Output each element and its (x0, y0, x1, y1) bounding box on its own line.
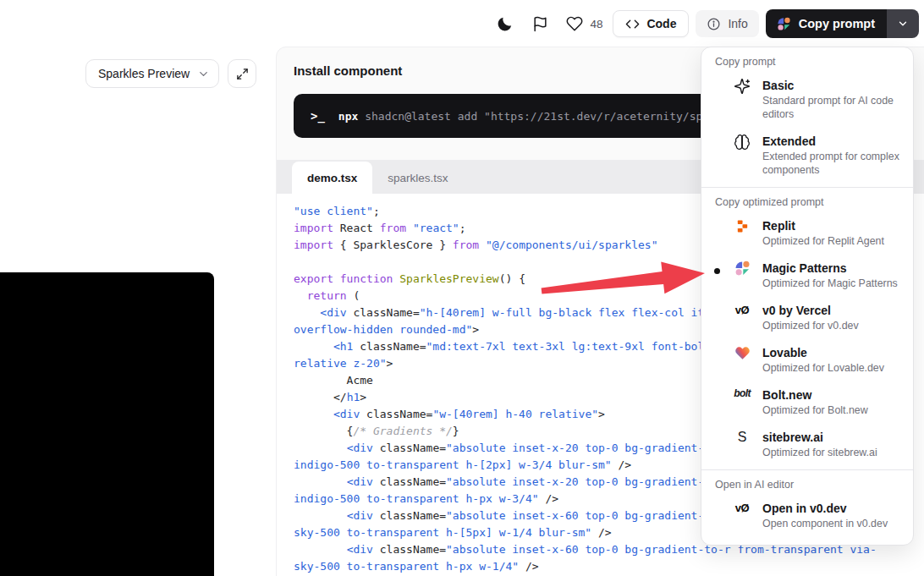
menu-item-bolt[interactable]: bolt Bolt.new Optimized for Bolt.new (701, 381, 913, 423)
tab-demo-tsx[interactable]: demo.tsx (292, 162, 372, 194)
magic-patterns-icon (732, 260, 752, 290)
chevron-down-icon (197, 68, 210, 80)
flag-icon (532, 16, 548, 32)
menu-item-desc: Optimized for Bolt.new (762, 403, 868, 417)
sitebrew-icon: S (732, 429, 752, 459)
copy-prompt-split-button: Copy prompt (766, 9, 919, 38)
component-preview-canvas[interactable] (0, 272, 214, 576)
like-button[interactable] (564, 14, 585, 34)
copy-prompt-label: Copy prompt (799, 17, 875, 30)
menu-section-label: Open in AI editor (701, 470, 913, 494)
info-button[interactable]: Info (696, 10, 758, 37)
brain-icon (732, 133, 752, 177)
chevron-down-icon (897, 18, 909, 30)
copy-prompt-menu: Copy prompt Basic Standard prompt for AI… (701, 47, 914, 546)
menu-section-label: Copy optimized prompt (701, 188, 913, 211)
menu-item-magic-patterns[interactable]: Magic Patterns Optimized for Magic Patte… (701, 254, 913, 296)
terminal-prompt-icon: >_ (311, 109, 325, 123)
panel-title: Install component (294, 63, 402, 78)
menu-item-desc: Optimized for v0.dev (762, 319, 859, 332)
menu-item-sitebrew[interactable]: S sitebrew.ai Optimized for sitebrew.ai (701, 423, 913, 465)
menu-item-title: Replit (762, 217, 884, 234)
lovable-icon (732, 344, 752, 375)
topbar-actions: 48 Code Info Copy prompt (490, 9, 919, 38)
topbar: 48 Code Info Copy prompt (0, 0, 924, 47)
fullscreen-button[interactable] (228, 59, 256, 88)
menu-item-replit[interactable]: Replit Optimized for Replit Agent (701, 211, 913, 254)
menu-item-open-v0[interactable]: vØ Open in v0.dev Open component in v0.d… (701, 494, 913, 536)
code-brackets-icon (625, 17, 640, 31)
expand-icon (236, 68, 249, 80)
menu-item-v0[interactable]: vØ v0 by Vercel Optimized for v0.dev (701, 296, 913, 338)
tab-sparkles-tsx[interactable]: sparkles.tsx (372, 162, 463, 194)
preview-variant-select[interactable]: Sparkles Preview (85, 59, 219, 88)
menu-item-desc: Optimized for sitebrew.ai (762, 446, 877, 459)
menu-item-title: v0 by Vercel (762, 302, 859, 319)
menu-item-basic[interactable]: Basic Standard prompt for AI code editor… (701, 71, 913, 127)
menu-item-title: Bolt.new (762, 387, 868, 403)
menu-section-label: Copy prompt (701, 47, 913, 71)
npx-token: npx (338, 110, 358, 123)
magic-patterns-icon (777, 17, 791, 31)
menu-item-title: Lovable (762, 344, 884, 361)
copy-prompt-button[interactable]: Copy prompt (766, 9, 887, 38)
likes-count: 48 (590, 18, 602, 30)
preview-variant-label: Sparkles Preview (98, 67, 190, 80)
menu-item-title: Open in v0.dev (762, 500, 888, 517)
selected-bullet-icon (714, 268, 720, 274)
flag-button[interactable] (525, 9, 554, 38)
replit-icon (732, 217, 752, 248)
menu-item-extended[interactable]: Extended Extended prompt for complex com… (701, 127, 913, 183)
menu-item-title: sitebrew.ai (762, 429, 877, 446)
copy-prompt-caret-button[interactable] (887, 9, 919, 38)
info-button-label: Info (728, 17, 747, 30)
heart-icon (566, 15, 583, 32)
bolt-icon: bolt (732, 387, 752, 417)
theme-toggle-button[interactable] (490, 9, 519, 38)
code-button[interactable]: Code (613, 10, 689, 37)
v0-icon: vØ (732, 302, 752, 332)
command-text: shadcn@latest add "https://21st.dev/r/ac… (358, 110, 749, 123)
sparkles-icon (732, 77, 752, 121)
moon-icon (496, 15, 514, 33)
menu-item-desc: Extended prompt for complex components (762, 150, 903, 177)
menu-item-lovable[interactable]: Lovable Optimized for Lovable.dev (701, 338, 913, 381)
v0-icon: vØ (732, 500, 752, 530)
menu-item-desc: Standard prompt for AI code editors (762, 94, 903, 121)
menu-item-title: Basic (762, 77, 903, 94)
menu-item-desc: Open component in v0.dev (762, 517, 888, 530)
likes-group: 48 (561, 14, 606, 34)
info-icon (707, 17, 721, 31)
menu-item-desc: Optimized for Magic Patterns (762, 277, 898, 290)
menu-item-desc: Optimized for Lovable.dev (762, 361, 884, 375)
code-button-label: Code (646, 17, 676, 30)
install-command: npx shadcn@latest add "https://21st.dev/… (338, 110, 749, 123)
menu-item-desc: Optimized for Replit Agent (762, 234, 884, 248)
menu-item-title: Magic Patterns (762, 260, 898, 277)
menu-item-title: Extended (762, 133, 903, 150)
